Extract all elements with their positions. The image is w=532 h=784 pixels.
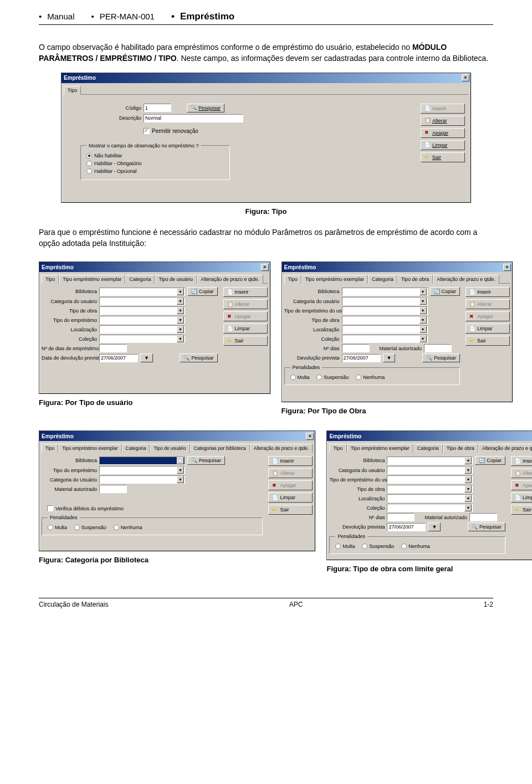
radio-nenhuma[interactable] [356, 375, 361, 380]
categoria-dropdown[interactable]: ▼ [99, 297, 185, 305]
delete-icon [424, 130, 431, 136]
alterar-button[interactable]: Alterar [268, 468, 313, 478]
search-icon [183, 355, 190, 361]
tipo-empr-dropdown[interactable]: ▼ [99, 316, 185, 324]
dialog-titlebar: Empréstimo × [62, 73, 470, 83]
tab-alteracao[interactable]: Alteração de prazo e qtde. [197, 275, 263, 284]
permitir-renov-checkbox[interactable]: ✓ [144, 128, 150, 134]
pesquisar-button[interactable]: Pesquisar [422, 353, 460, 362]
fig2a-caption: Figura: Por Tipo de usuário [39, 398, 270, 407]
sair-button[interactable]: Sair [268, 505, 313, 515]
tab-categoria[interactable]: Categoria [125, 275, 155, 284]
radio-multa[interactable] [335, 544, 341, 549]
radio-nenhuma[interactable] [401, 544, 407, 549]
verifica-debitos-checkbox[interactable] [47, 505, 53, 511]
alterar-button[interactable]: Alterar [511, 468, 532, 478]
radio-suspensao[interactable] [362, 544, 367, 549]
inserir-button[interactable]: Inserir [466, 287, 510, 297]
close-icon[interactable]: × [261, 264, 269, 271]
colecao-dropdown[interactable]: ▼ [99, 335, 185, 343]
sair-button[interactable]: Sair [223, 336, 268, 346]
radio-nenhuma[interactable] [114, 525, 119, 530]
biblioteca-dropdown[interactable]: ▼ [99, 457, 185, 465]
limpar-button[interactable]: Limpar [223, 324, 268, 334]
header-manual: Manual [39, 12, 74, 21]
copiar-button[interactable]: Copiar [475, 456, 505, 465]
inserir-button[interactable]: Inserir [268, 456, 313, 466]
radio-suspensao[interactable] [74, 525, 80, 530]
dialog-categoria-biblioteca: Empréstimo× Tipo Tipo empréstimo exempla… [39, 431, 315, 551]
radio-hab-opc[interactable] [86, 168, 92, 174]
sair-button[interactable]: Sair [511, 505, 532, 515]
apagar-button[interactable]: Apagar [466, 311, 510, 321]
label-permitir-renov: Permitir renovação [152, 128, 198, 134]
pesquisar-button[interactable]: Pesquisar [180, 353, 217, 362]
tipo-obra-dropdown[interactable]: ▼ [99, 306, 185, 315]
pesquisar-button[interactable]: Pesquisar [187, 104, 224, 112]
clear-icon [424, 142, 431, 148]
sair-button[interactable]: Sair [466, 336, 510, 346]
close-icon[interactable]: × [503, 264, 511, 271]
inserir-button[interactable]: Inserir [421, 104, 465, 114]
radio-suspensao[interactable] [316, 375, 322, 380]
footer-left: Circulação de Materiais [39, 601, 108, 608]
alterar-button[interactable]: Alterar [223, 299, 268, 309]
tab-tipo[interactable]: Tipo [42, 275, 59, 284]
mid-paragraph: Para que o empréstimo funcione é necessá… [39, 227, 493, 249]
limpar-button[interactable]: Limpar [466, 324, 510, 334]
header-code: PER-MAN-001 [91, 12, 154, 21]
descricao-input[interactable] [144, 114, 243, 122]
limpar-button[interactable]: Limpar [421, 140, 465, 150]
dialog-title: Empréstimo [64, 75, 96, 81]
emprestimo-tipo-dialog: Empréstimo × Tipo Código Pesquisar Descr… [61, 73, 471, 203]
alterar-button[interactable]: Alterar [421, 116, 465, 126]
tab-tipo-usuario[interactable]: Tipo de usuário [155, 275, 197, 284]
intro-paragraph: O campo observação é habilitado para emp… [39, 42, 493, 64]
pesquisar-button[interactable]: Pesquisar [187, 456, 225, 465]
close-icon[interactable]: × [462, 74, 469, 81]
search-icon [191, 105, 197, 111]
close-icon[interactable]: × [306, 433, 314, 440]
codigo-input[interactable] [144, 104, 171, 112]
radio-multa[interactable] [290, 375, 296, 380]
copiar-button[interactable]: Copiar [187, 287, 218, 296]
biblioteca-dropdown[interactable]: ▼ [99, 288, 185, 296]
dialog-tipo-obra-limite: Empréstimo× Tipo Tipo empréstimo exempla… [326, 431, 532, 560]
dialog-tipo-obra: Empréstimo× Tipo Tipo empréstimo exempla… [282, 262, 513, 402]
limpar-button[interactable]: Limpar [511, 493, 532, 503]
dialog-tipo-usuario: Empréstimo× Tipo Tipo empréstimo exempla… [39, 262, 270, 394]
limpar-button[interactable]: Limpar [268, 493, 313, 503]
data-devol-input[interactable] [99, 354, 138, 362]
fig2b-caption: Figura: Por Tipo de Obra [282, 407, 513, 415]
legend-mostrar-obs: Mostrar o campo de observação no emprést… [86, 143, 201, 148]
inserir-button[interactable]: Inserir [223, 287, 268, 297]
radio-hab-obrig[interactable] [86, 161, 92, 166]
header-title: Empréstimo [171, 11, 234, 22]
radio-nao-habilitar[interactable] [86, 153, 92, 158]
apagar-button[interactable]: Apagar [268, 480, 313, 490]
apagar-button[interactable]: Apagar [421, 128, 465, 138]
tab-tipo[interactable]: Tipo [64, 86, 81, 95]
alterar-button[interactable]: Alterar [466, 299, 510, 309]
pesquisar-button[interactable]: Pesquisar [468, 522, 505, 531]
tab-tipo-empr-ex[interactable]: Tipo empréstimo exemplar [59, 275, 125, 284]
figure-tipo-caption: Figura: Tipo [39, 207, 493, 216]
localizacao-dropdown[interactable]: ▼ [99, 325, 185, 334]
inserir-button[interactable]: Inserir [511, 456, 532, 466]
copiar-button[interactable]: Copiar [430, 287, 461, 296]
date-picker-button[interactable]: ▼ [140, 353, 153, 362]
footer-center: APC [289, 601, 303, 608]
fig3b-caption: Figura: Tipo de obra com limite geral [326, 565, 532, 573]
ndias-input[interactable] [99, 344, 127, 352]
apagar-button[interactable]: Apagar [511, 480, 532, 490]
sair-button[interactable]: Sair [421, 152, 465, 162]
apagar-button[interactable]: Apagar [223, 311, 268, 321]
insert-icon [424, 105, 431, 111]
label-codigo: Código [80, 105, 141, 111]
fig3a-caption: Figura: Categoria por Biblioteca [39, 556, 315, 564]
alter-icon [424, 117, 431, 124]
dialog-tabs: Tipo [64, 85, 468, 95]
radio-multa[interactable] [48, 525, 53, 530]
page-footer: Circulação de Materiais APC 1-2 [39, 598, 493, 608]
copy-icon [191, 289, 197, 295]
